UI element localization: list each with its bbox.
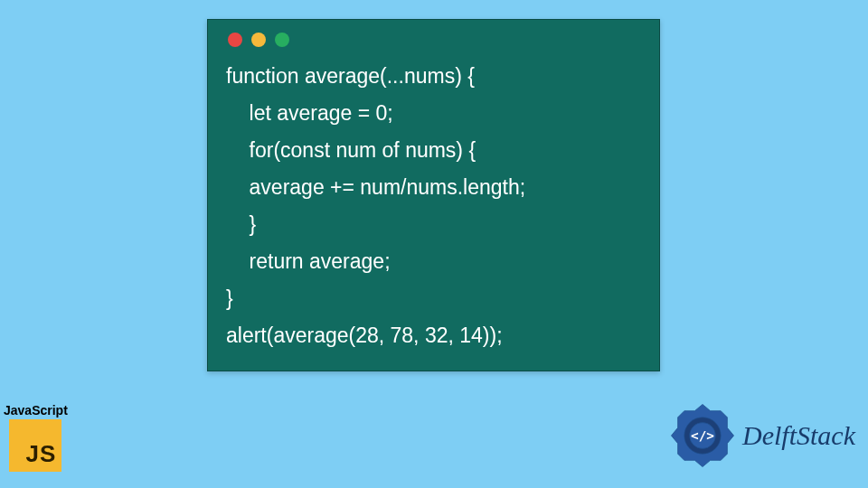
delft-logo-icon: </> xyxy=(670,403,735,468)
dot-green-icon xyxy=(275,33,289,47)
code-card: function average(...nums) { let average … xyxy=(207,19,660,371)
dot-red-icon xyxy=(228,33,242,47)
delftstack-brand: </> DelftStack xyxy=(670,403,855,468)
javascript-icon: JS xyxy=(9,419,61,472)
delftstack-text: DelftStack xyxy=(742,420,855,451)
javascript-icon-text: JS xyxy=(26,440,57,468)
svg-text:</>: </> xyxy=(691,428,714,443)
javascript-label: JavaScript xyxy=(4,403,68,418)
dot-yellow-icon xyxy=(251,33,266,47)
window-dots xyxy=(228,33,641,47)
code-block: function average(...nums) { let average … xyxy=(226,58,641,354)
javascript-badge: JavaScript JS xyxy=(4,403,68,472)
